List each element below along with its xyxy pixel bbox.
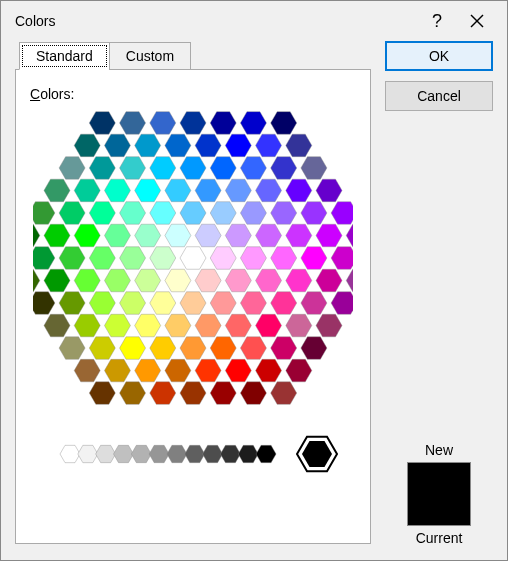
ok-button[interactable]: OK bbox=[385, 41, 493, 71]
tab-panel-standard: Colors: bbox=[15, 69, 371, 544]
dialog-title: Colors bbox=[15, 13, 417, 29]
help-icon[interactable]: ? bbox=[417, 1, 457, 41]
tab-standard[interactable]: Standard bbox=[19, 42, 110, 70]
cancel-button[interactable]: Cancel bbox=[385, 81, 493, 111]
close-icon[interactable] bbox=[457, 1, 497, 41]
grayscale-row[interactable] bbox=[58, 432, 356, 476]
color-hexagon[interactable] bbox=[33, 108, 353, 408]
current-label: Current bbox=[385, 530, 493, 546]
colors-label: Colors: bbox=[30, 86, 356, 102]
selected-large-hex[interactable] bbox=[295, 432, 339, 476]
tabs: Standard Custom bbox=[19, 41, 371, 69]
new-label: New bbox=[385, 442, 493, 458]
preview-block: New Current bbox=[385, 442, 493, 546]
preview-swatch bbox=[407, 462, 471, 526]
titlebar: Colors ? bbox=[1, 1, 507, 41]
colors-dialog: Colors ? Standard Custom Colors: bbox=[0, 0, 508, 561]
tab-custom[interactable]: Custom bbox=[109, 42, 191, 70]
